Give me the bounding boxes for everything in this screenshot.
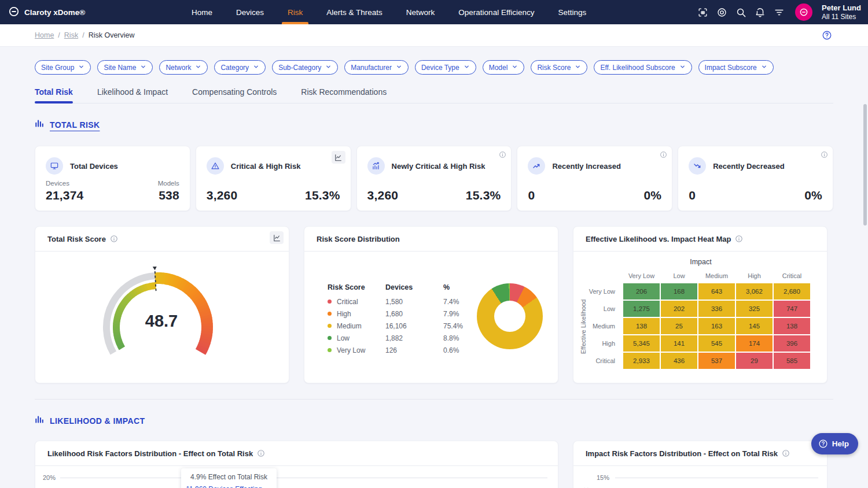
avatar[interactable] bbox=[795, 3, 812, 21]
trend-chart-icon[interactable] bbox=[332, 151, 345, 164]
heatmap-cell[interactable]: 436 bbox=[661, 353, 697, 369]
nav-item-risk[interactable]: Risk bbox=[288, 0, 303, 24]
breadcrumb-home[interactable]: Home bbox=[35, 31, 54, 39]
filter-impact-subscore[interactable]: Impact Subscore bbox=[698, 60, 774, 75]
heatmap-cell[interactable]: 168 bbox=[661, 283, 697, 300]
donut-chart[interactable] bbox=[477, 283, 543, 349]
legend-dot bbox=[328, 312, 332, 316]
filter-site-name[interactable]: Site Name bbox=[97, 60, 153, 75]
chevron-down-icon bbox=[325, 64, 332, 72]
distribution-row-medium: Medium16,10675.4% bbox=[328, 320, 479, 332]
user-menu[interactable]: Peter Lund All 11 Sites bbox=[822, 3, 861, 21]
filter-sub-category[interactable]: Sub-Category bbox=[272, 60, 338, 75]
heatmap-cell[interactable]: 5,345 bbox=[623, 335, 660, 352]
support-icon[interactable] bbox=[716, 7, 727, 18]
main-nav: HomeDevicesRiskAlerts & ThreatsNetworkOp… bbox=[192, 0, 586, 24]
filter-risk-score[interactable]: Risk Score bbox=[531, 60, 587, 75]
metric-value: 0% bbox=[643, 188, 661, 202]
scrollbar-thumb[interactable] bbox=[863, 104, 867, 225]
info-icon[interactable] bbox=[257, 449, 265, 457]
section-title[interactable]: LIKELIHOOD & IMPACT bbox=[50, 416, 145, 426]
filter-device-type[interactable]: Device Type bbox=[415, 60, 476, 75]
heatmap-col-label: Low bbox=[661, 269, 697, 282]
heatmap-cell[interactable]: 396 bbox=[774, 335, 810, 352]
heatmap-cell[interactable]: 138 bbox=[774, 318, 810, 334]
heatmap-cell[interactable]: 747 bbox=[774, 301, 810, 317]
heatmap-cell[interactable]: 545 bbox=[698, 335, 735, 352]
nav-item-settings[interactable]: Settings bbox=[558, 0, 586, 24]
legend-dot bbox=[328, 300, 332, 304]
metric-value: 3,260 bbox=[367, 188, 399, 202]
section-title[interactable]: TOTAL RISK bbox=[50, 120, 100, 130]
filter-category[interactable]: Category bbox=[214, 60, 266, 75]
info-icon[interactable] bbox=[499, 150, 506, 158]
heatmap-cell[interactable]: 3,062 bbox=[736, 283, 773, 300]
info-icon[interactable] bbox=[782, 449, 790, 457]
panel-title: Impact Risk Factors Distribution - Effec… bbox=[586, 449, 778, 458]
tooltip-devices-link[interactable]: 11,960 Devices Effecting Risk bbox=[186, 485, 272, 488]
metric-value: 15.3% bbox=[466, 188, 501, 202]
heatmap-cell[interactable]: 643 bbox=[698, 283, 735, 300]
filter-icon[interactable] bbox=[774, 7, 785, 18]
info-icon[interactable] bbox=[821, 150, 828, 158]
user-name: Peter Lund bbox=[822, 3, 861, 13]
filter-network[interactable]: Network bbox=[159, 60, 208, 75]
help-icon[interactable] bbox=[822, 30, 832, 40]
heatmap-cell[interactable]: 1,275 bbox=[623, 301, 660, 317]
nav-item-devices[interactable]: Devices bbox=[236, 0, 264, 24]
chevron-down-icon bbox=[253, 64, 259, 72]
heatmap-col-label: Very Low bbox=[623, 269, 660, 282]
breadcrumb-risk[interactable]: Risk bbox=[64, 31, 78, 39]
heatmap-cell[interactable]: 2,933 bbox=[623, 353, 660, 369]
card-title: Total Devices bbox=[70, 162, 118, 171]
brand-label: Claroty xDome® bbox=[24, 8, 85, 17]
info-icon[interactable] bbox=[735, 235, 743, 243]
filter-site-group[interactable]: Site Group bbox=[35, 60, 91, 75]
heatmap-cell[interactable]: 25 bbox=[661, 318, 697, 334]
filter-model[interactable]: Model bbox=[483, 60, 525, 75]
nav-item-network[interactable]: Network bbox=[406, 0, 435, 24]
heatmap-cell[interactable]: 2,680 bbox=[774, 283, 810, 300]
heatmap-cell[interactable]: 29 bbox=[736, 353, 773, 369]
heatmap-cell[interactable]: 145 bbox=[736, 318, 773, 334]
info-icon[interactable] bbox=[660, 150, 667, 158]
heatmap-cell[interactable]: 336 bbox=[698, 301, 735, 317]
metric-value: 15.3% bbox=[305, 188, 340, 202]
heatmap-cell[interactable]: 537 bbox=[698, 353, 735, 369]
heatmap-cell[interactable]: 141 bbox=[661, 335, 697, 352]
filter-manufacturer[interactable]: Manufacturer bbox=[344, 60, 409, 75]
notifications-icon[interactable] bbox=[755, 7, 766, 18]
tab-likelihood-impact[interactable]: Likelihood & Impact bbox=[97, 87, 168, 103]
metric-value: 3,260 bbox=[207, 188, 238, 202]
heatmap-cell[interactable]: 585 bbox=[774, 353, 810, 369]
trend-chart-icon[interactable] bbox=[270, 231, 284, 244]
total-risk-section-header: TOTAL RISK bbox=[35, 119, 868, 131]
heatmap-cell[interactable]: 206 bbox=[623, 283, 660, 300]
search-icon[interactable] bbox=[735, 7, 746, 18]
bar-chart-icon bbox=[35, 119, 45, 131]
total-risk-score-panel: Total Risk Score 48.7 bbox=[35, 226, 289, 383]
heatmap-cell[interactable]: 163 bbox=[698, 318, 735, 334]
tab-bar: Total RiskLikelihood & ImpactCompensatin… bbox=[35, 87, 833, 103]
tab-total-risk[interactable]: Total Risk bbox=[35, 87, 73, 103]
heatmap-cell[interactable]: 174 bbox=[736, 335, 773, 352]
nav-item-alerts-threats[interactable]: Alerts & Threats bbox=[326, 0, 382, 24]
nav-item-home[interactable]: Home bbox=[192, 0, 212, 24]
new-risk-icon bbox=[367, 157, 385, 175]
heatmap-cell[interactable]: 325 bbox=[736, 301, 773, 317]
filter-eff-likelihood-subscore[interactable]: Eff. Likelihood Subscore bbox=[594, 60, 692, 75]
likelihood-factors-panel: Likelihood Risk Factors Distribution - E… bbox=[35, 441, 558, 488]
tab-risk-recommendations[interactable]: Risk Recommendations bbox=[301, 87, 387, 103]
heatmap-grid: Very LowLowMediumHighCriticalVery Low206… bbox=[578, 269, 810, 369]
brand[interactable]: Claroty xDome® bbox=[0, 6, 85, 19]
heatmap-cell[interactable]: 138 bbox=[623, 318, 660, 334]
distribution-header-row: Risk ScoreDevices% bbox=[328, 280, 479, 294]
tab-compensating-controls[interactable]: Compensating Controls bbox=[192, 87, 277, 103]
info-icon[interactable] bbox=[110, 235, 118, 243]
nav-item-operational-efficiency[interactable]: Operational Efficiency bbox=[458, 0, 534, 24]
heatmap-x-axis-label: Impact bbox=[591, 258, 811, 266]
scan-icon[interactable] bbox=[697, 7, 708, 18]
heatmap-cell[interactable]: 202 bbox=[661, 301, 697, 317]
devices-icon bbox=[46, 157, 63, 175]
help-button[interactable]: Help bbox=[811, 433, 858, 454]
